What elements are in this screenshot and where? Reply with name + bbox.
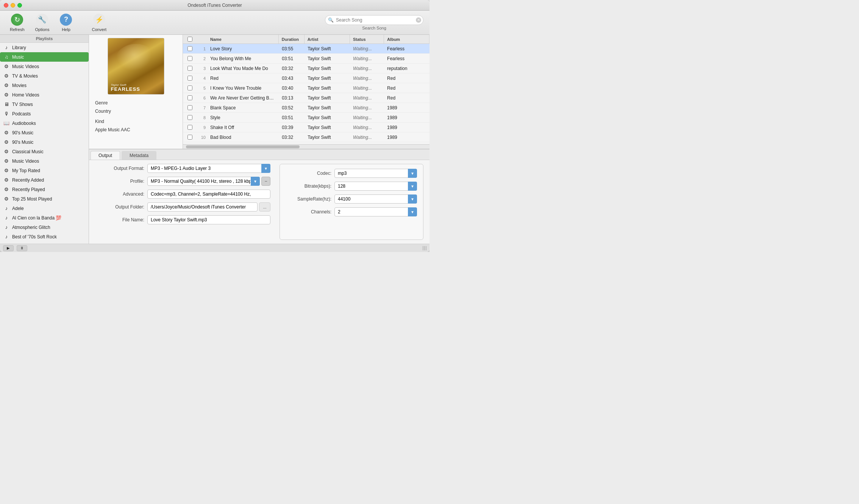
sidebar-item-adele[interactable]: ♪Adele: [0, 204, 89, 213]
table-row[interactable]: 5 I Knew You Were Trouble 03:40 Taylor S…: [183, 83, 430, 93]
sidebar-item-tv-shows[interactable]: 🖥TV Shows: [0, 100, 89, 109]
samplerate-row: SampleRate(hz): 44100 ▼: [286, 194, 417, 204]
resize-grip[interactable]: [423, 246, 426, 250]
row-check[interactable]: [183, 86, 197, 90]
play-pause-button[interactable]: ▶: [3, 245, 14, 251]
sidebar-item-music[interactable]: ♫Music: [0, 52, 89, 62]
sidebar-item-al-cien[interactable]: ♪Al Cien con la Banda 💯: [0, 213, 89, 222]
row-check[interactable]: [183, 135, 197, 140]
help-button[interactable]: ? Help: [56, 12, 76, 33]
sidebar-item-music-videos-2[interactable]: ⚙Music Videos: [0, 156, 89, 166]
codec-select-wrap: mp3 ▼: [334, 169, 417, 178]
sidebar-item-podcasts[interactable]: 🎙Podcasts: [0, 109, 89, 118]
samplerate-select[interactable]: 44100: [334, 194, 417, 204]
sidebar-item-library[interactable]: ♪Library: [0, 43, 89, 52]
header-check[interactable]: [183, 37, 197, 42]
profile-minus-button[interactable]: −: [261, 177, 270, 186]
sidebar-item-90s-music[interactable]: ⚙90's Music: [0, 128, 89, 137]
row-num: 6: [197, 96, 207, 100]
h-scroll-thumb[interactable]: [186, 145, 300, 148]
right-settings: Codec: mp3 ▼ Bitrate(kbps):: [280, 164, 423, 240]
table-row[interactable]: 9 Shake It Off 03:39 Taylor Swift Waitin…: [183, 123, 430, 132]
sidebar-item-movies[interactable]: ⚙Movies: [0, 81, 89, 90]
row-checkbox[interactable]: [187, 56, 192, 61]
codec-label: Codec:: [286, 171, 331, 176]
minimize-button[interactable]: [11, 3, 15, 8]
close-button[interactable]: [4, 3, 8, 8]
sidebar-item-tv-movies[interactable]: ⚙TV & Movies: [0, 71, 89, 81]
sidebar-item-music-videos[interactable]: ⚙Music Videos: [0, 62, 89, 71]
sidebar-item-my-top-rated[interactable]: ⚙My Top Rated: [0, 166, 89, 175]
row-check[interactable]: [183, 56, 197, 61]
row-checkbox[interactable]: [187, 66, 192, 71]
sidebar-item-best-70s[interactable]: ♪Best of '70s Soft Rock: [0, 232, 89, 241]
row-check[interactable]: [183, 46, 197, 51]
table-row[interactable]: 2 You Belong With Me 03:51 Taylor Swift …: [183, 54, 430, 64]
options-button[interactable]: 🔧 Options: [31, 12, 53, 33]
sidebar-item-home-videos[interactable]: ⚙Home Videos: [0, 90, 89, 100]
row-check[interactable]: [183, 105, 197, 110]
sidebar-item-top-25[interactable]: ⚙Top 25 Most Played: [0, 194, 89, 204]
sidebar-item-recently-played[interactable]: ⚙Recently Played: [0, 185, 89, 194]
search-input[interactable]: [325, 15, 423, 25]
row-num: 4: [197, 76, 207, 81]
row-check[interactable]: [183, 115, 197, 120]
bottom-content: Output Format: MP3 - MPEG-1 Audio Layer …: [89, 160, 430, 244]
table-row[interactable]: 3 Look What You Made Me Do 03:32 Taylor …: [183, 64, 430, 73]
sidebar-item-classical[interactable]: ⚙Classical Music: [0, 147, 89, 156]
bitrate-select[interactable]: 128: [334, 182, 417, 191]
search-clear-button[interactable]: ✕: [416, 17, 421, 23]
sidebar-item-90s-music-2[interactable]: ⚙90's Music: [0, 137, 89, 147]
table-row[interactable]: 1 Love Story 03:55 Taylor Swift Waiting.…: [183, 44, 430, 54]
browse-folder-button[interactable]: ...: [259, 202, 270, 212]
row-duration: 03:52: [279, 105, 305, 110]
row-status: Waiting...: [350, 105, 384, 110]
profile-select[interactable]: MP3 - Normal Quality( 44100 Hz, stereo ,…: [147, 177, 260, 186]
table-row[interactable]: 7 Blank Space 03:52 Taylor Swift Waiting…: [183, 103, 430, 113]
sidebar-item-audiobooks[interactable]: 📖Audiobooks: [0, 118, 89, 128]
stop-button[interactable]: ⏸: [17, 245, 27, 251]
row-check[interactable]: [183, 95, 197, 100]
output-format-select[interactable]: MP3 - MPEG-1 Audio Layer 3: [147, 164, 270, 173]
sidebar-item-recently-added[interactable]: ⚙Recently Added: [0, 175, 89, 185]
row-checkbox[interactable]: [187, 135, 192, 140]
tab-output[interactable]: Output: [91, 151, 120, 160]
table-row[interactable]: 10 Bad Blood 03:32 Taylor Swift Waiting.…: [183, 132, 430, 142]
select-all-checkbox[interactable]: [187, 37, 192, 42]
output-folder-input[interactable]: [147, 202, 258, 212]
table-row[interactable]: 4 Red 03:43 Taylor Swift Waiting... Red: [183, 73, 430, 83]
row-check[interactable]: [183, 76, 197, 81]
row-checkbox[interactable]: [187, 105, 192, 110]
row-checkbox[interactable]: [187, 76, 192, 81]
row-name: Blank Space: [207, 105, 279, 110]
row-checkbox[interactable]: [187, 46, 192, 51]
sidebar-icon-al-cien: ♪: [3, 215, 10, 221]
sidebar-icon-tv-movies: ⚙: [3, 73, 10, 79]
row-duration: 03:55: [279, 46, 305, 51]
sidebar-label-best-70s: Best of '70s Soft Rock: [12, 234, 57, 240]
row-checkbox[interactable]: [187, 95, 192, 100]
sidebar: Playlists ♪Library♫Music⚙Music Videos⚙TV…: [0, 35, 89, 244]
sidebar-item-atmospheric[interactable]: ♪Atmospheric Glitch: [0, 222, 89, 232]
file-name-input[interactable]: [147, 215, 270, 224]
row-check[interactable]: [183, 125, 197, 130]
tab-metadata[interactable]: Metadata: [122, 151, 156, 160]
kind-label: Kind: [95, 118, 176, 126]
maximize-button[interactable]: [17, 3, 22, 8]
row-artist: Taylor Swift: [305, 46, 350, 51]
row-artist: Taylor Swift: [305, 76, 350, 81]
table-row[interactable]: 8 Style 03:51 Taylor Swift Waiting... 19…: [183, 113, 430, 123]
row-checkbox[interactable]: [187, 115, 192, 120]
refresh-button[interactable]: ↻ Refresh: [6, 12, 28, 33]
row-checkbox[interactable]: [187, 125, 192, 130]
table-row[interactable]: 6 We Are Never Ever Getting Back Tog... …: [183, 93, 430, 103]
convert-button[interactable]: ⚡ Convert: [88, 12, 110, 33]
refresh-icon: ↻: [11, 14, 23, 26]
row-checkbox[interactable]: [187, 86, 192, 90]
codec-select[interactable]: mp3: [334, 169, 417, 178]
horizontal-scrollbar[interactable]: [183, 144, 430, 149]
row-check[interactable]: [183, 66, 197, 71]
row-artist: Taylor Swift: [305, 66, 350, 71]
advanced-input[interactable]: [147, 190, 270, 199]
channels-select[interactable]: 2: [334, 207, 417, 216]
